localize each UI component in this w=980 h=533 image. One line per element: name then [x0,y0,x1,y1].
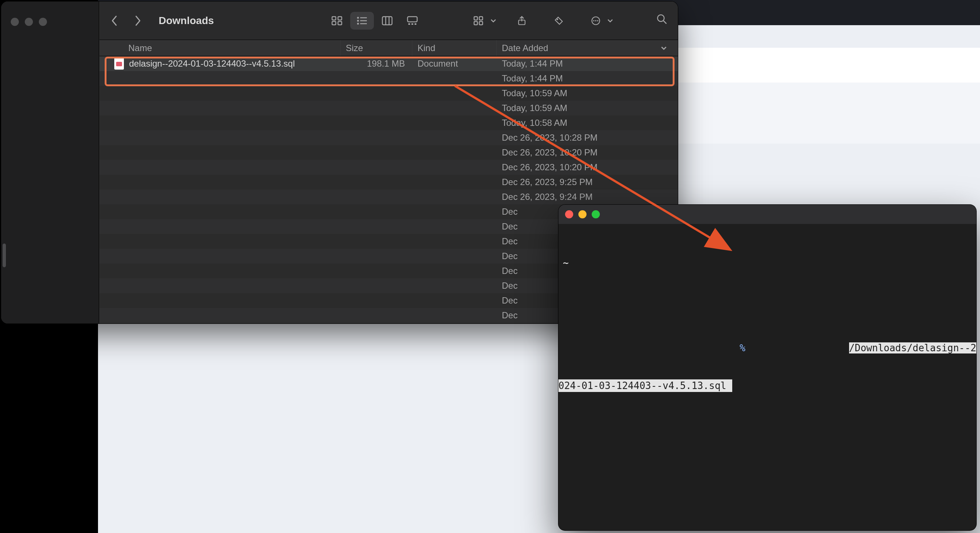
maximize-button[interactable] [592,210,600,219]
terminal-path-right: /Downloads/delasign--2 [849,342,976,353]
table-row[interactable]: Dec 26, 2023, 9:25 PM [99,175,678,190]
cell-size [340,101,412,115]
close-button[interactable] [11,18,19,26]
minimize-button[interactable] [578,210,587,219]
cell-date: Dec 26, 2023, 9:25 PM [496,175,678,190]
cell-kind [412,145,496,160]
terminal-prompt-line-1: % /Downloads/delasign--2 [558,342,976,354]
view-mode-group [325,12,424,30]
column-size[interactable]: Size [340,40,412,56]
terminal-window[interactable]: ~ % /Downloads/delasign--2 024-01-03-124… [558,205,976,530]
cell-date: Dec 26, 2023, 10:28 PM [496,130,678,145]
forward-icon[interactable] [133,14,142,27]
cell-date: Today, 1:44 PM [496,71,678,86]
cell-size [340,145,412,160]
cell-kind [412,204,496,219]
table-row[interactable]: Dec 26, 2023, 9:24 PM [99,190,678,204]
search-button[interactable] [656,14,668,27]
window-controls [11,18,47,26]
maximize-button[interactable] [39,18,47,26]
cell-kind [412,190,496,204]
group-by-button[interactable] [467,12,496,30]
cell-date: Dec 26, 2023, 10:20 PM [496,160,678,175]
column-date-added[interactable]: Date Added [496,40,678,56]
svg-rect-3 [338,21,342,25]
cell-name [99,293,340,308]
svg-point-26 [597,20,599,21]
finder-toolbar: Downloads [99,2,678,40]
column-name[interactable]: Name [99,40,340,56]
cell-name [99,219,340,234]
terminal-prompt-line-2: 024-01-03-124403--v4.5.13.sql [558,380,976,392]
table-row[interactable]: Dec 26, 2023, 10:28 PM [99,130,678,145]
cell-name [99,145,340,160]
svg-rect-13 [407,17,417,22]
cell-name [99,175,340,190]
cell-name [99,204,340,219]
cell-name [99,160,340,175]
cell-name: delasign--2024-01-03-124403--v4.5.13.sql [99,56,340,71]
terminal-body[interactable]: ~ % /Downloads/delasign--2 024-01-03-124… [558,224,976,417]
svg-rect-18 [474,21,477,25]
cell-date: Today, 1:44 PM [496,56,678,71]
svg-rect-20 [479,21,483,25]
sidebar-resize-handle[interactable] [3,244,6,267]
cell-name [99,249,340,263]
cell-kind [412,71,496,86]
cell-size [340,278,412,293]
svg-rect-0 [332,17,336,20]
column-kind[interactable]: Kind [412,40,496,56]
table-row[interactable]: Today, 10:58 AM [99,115,678,130]
svg-rect-15 [412,23,414,25]
svg-point-22 [557,19,558,20]
tags-button[interactable] [547,12,571,30]
cell-name [99,130,340,145]
cell-size [340,190,412,204]
cell-kind [412,263,496,278]
svg-point-24 [593,20,595,21]
cell-name [99,308,340,323]
cell-name [99,101,340,115]
cell-size [340,160,412,175]
table-row[interactable]: Dec 26, 2023, 10:20 PM [99,145,678,160]
cell-size [340,219,412,234]
svg-line-28 [663,21,667,24]
chevron-down-icon [490,18,496,24]
close-button[interactable] [565,210,573,219]
cell-kind [412,219,496,234]
table-row[interactable]: Today, 10:59 AM [99,101,678,115]
cell-size [340,71,412,86]
terminal-path-left: 024-01-03-124403--v4.5.13.sql [558,380,732,392]
share-button[interactable] [510,12,534,30]
cell-size [340,249,412,263]
cell-date: Today, 10:59 AM [496,86,678,101]
cell-date: Today, 10:58 AM [496,115,678,130]
cell-kind [412,234,496,249]
svg-point-27 [657,15,664,21]
nav-group [110,14,142,27]
minimize-button[interactable] [25,18,33,26]
column-date-label: Date Added [502,43,548,53]
cell-kind [412,101,496,115]
actions-button[interactable] [584,12,614,30]
table-row[interactable]: Today, 1:44 PM [99,71,678,86]
svg-rect-14 [408,23,410,25]
terminal-tilde: ~ [558,257,569,269]
cell-size [340,115,412,130]
cell-name [99,234,340,249]
table-row[interactable]: Today, 10:59 AM [99,86,678,101]
back-icon[interactable] [110,14,119,27]
cell-size: 198.1 MB [340,56,412,71]
prompt-symbol: % [740,342,746,354]
list-view-button[interactable] [350,12,374,30]
table-row[interactable]: delasign--2024-01-03-124403--v4.5.13.sql… [99,56,678,71]
icon-view-button[interactable] [325,12,349,30]
cell-kind [412,175,496,190]
svg-rect-1 [338,17,342,20]
table-row[interactable]: Dec 26, 2023, 10:20 PM [99,160,678,175]
cell-kind [412,278,496,293]
svg-rect-19 [479,17,483,20]
cell-name [99,263,340,278]
column-view-button[interactable] [375,12,399,30]
gallery-view-button[interactable] [401,12,424,30]
